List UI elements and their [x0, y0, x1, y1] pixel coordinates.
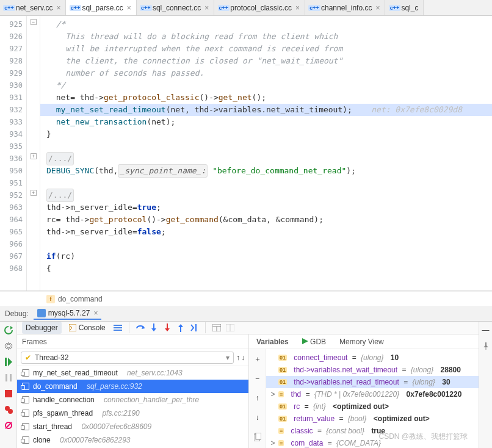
frame-icon: [22, 383, 29, 390]
tab-protocol-classic[interactable]: c++protocol_classic.cc×: [214, 0, 305, 15]
variable-row[interactable]: ≡ classic = {const bool} true: [266, 425, 479, 437]
stack-frame[interactable]: handle_connection connection_handler_per…: [17, 393, 248, 406]
step-out-icon[interactable]: [176, 323, 186, 333]
tab-debugger[interactable]: Debugger: [22, 322, 62, 334]
frame-icon: [22, 410, 29, 417]
pause-icon[interactable]: [4, 373, 13, 383]
stack-frame[interactable]: my_net_set_read_timeout net_serv.cc:1043: [17, 366, 248, 380]
frame-list[interactable]: my_net_set_read_timeout net_serv.cc:1043…: [17, 366, 248, 448]
svg-rect-3: [5, 390, 12, 397]
svg-point-5: [8, 409, 13, 414]
remove-watch-icon[interactable]: −: [255, 372, 259, 385]
debug-right-toolbar: —: [479, 322, 492, 448]
move-down-icon[interactable]: ↓: [256, 411, 259, 424]
run-to-cursor-icon[interactable]: [189, 323, 199, 333]
next-frame-icon[interactable]: ↓: [241, 352, 245, 364]
tab-console[interactable]: Console: [65, 322, 109, 334]
stop-icon[interactable]: [4, 389, 13, 399]
breadcrumb[interactable]: f do_command: [0, 291, 492, 306]
run-config-icon: [37, 309, 46, 317]
console-icon: [69, 324, 76, 331]
variables-pane: Variables GDB Memory View ＋ − ↑ ↓ 01 con…: [249, 334, 479, 448]
frames-pane: Frames ✔ Thread-32 ▾ ↑ ↓ my_net_set_read…: [17, 334, 249, 448]
tab-gdb[interactable]: GDB: [300, 336, 328, 347]
svg-rect-22: [256, 433, 261, 439]
run-configuration[interactable]: mysql-5.7.27 ×: [34, 308, 102, 320]
force-step-into-icon[interactable]: [162, 323, 172, 333]
thread-selector[interactable]: ✔ Thread-32 ▾: [21, 352, 234, 364]
fold-icon[interactable]: +: [31, 190, 37, 196]
debug-panel: Debugger Console Frames ✔ Thread-32: [0, 322, 492, 448]
variable-row[interactable]: 01 rc = {int} <optimized out>: [266, 400, 479, 413]
inline-hint: net: 0x7efe8c0029d8: [371, 104, 462, 116]
line-number-gutter: 9259269279289299309319329339349359369509…: [0, 16, 27, 291]
variable-row[interactable]: 01 thd->variables.net_wait_timeout = {ul…: [266, 364, 479, 376]
close-icon[interactable]: ×: [127, 4, 131, 12]
tab-net-serv[interactable]: c++net_serv.cc×: [0, 0, 66, 15]
breadcrumb-item[interactable]: do_command: [58, 295, 103, 303]
layout-icon[interactable]: [225, 323, 235, 333]
frame-icon: [22, 396, 29, 403]
tab-sql-parse[interactable]: c++sql_parse.cc×: [66, 0, 136, 15]
threads-icon[interactable]: [113, 323, 123, 333]
stack-frame[interactable]: start_thread 0x00007efec6c88609: [17, 420, 248, 433]
stack-frame[interactable]: clone 0x00007efec6862293: [17, 433, 248, 447]
debug-toolwindow-header: Debug: mysql-5.7.27 ×: [0, 306, 492, 322]
variables-toolbar: ＋ − ↑ ↓: [249, 349, 266, 448]
svg-rect-8: [69, 324, 76, 331]
variable-row[interactable]: >≡ com_data = {COM_DATA}: [266, 437, 479, 448]
check-icon: ✔: [25, 353, 31, 362]
editor-tabs: c++net_serv.cc× c++sql_parse.cc× c++sql_…: [0, 0, 492, 16]
debug-toolbar: Debugger Console: [17, 322, 479, 334]
frame-icon: [22, 423, 29, 430]
step-over-icon[interactable]: [136, 323, 145, 333]
fold-gutter: − + +: [27, 16, 40, 291]
code-area[interactable]: /* This thread will do a blocking read f…: [40, 16, 492, 291]
close-icon[interactable]: ×: [295, 4, 300, 12]
frame-icon: [22, 369, 29, 377]
variable-row[interactable]: 01 thd->variables.net_read_timeout = {ul…: [266, 376, 479, 388]
resume-icon[interactable]: [4, 357, 13, 367]
stack-frame[interactable]: do_command sql_parse.cc:932: [17, 380, 248, 393]
mute-breakpoints-icon[interactable]: [4, 421, 13, 430]
cpp-icon: c++: [70, 5, 82, 11]
tab-sql-connect[interactable]: c++sql_connect.cc×: [137, 0, 214, 15]
fold-icon[interactable]: −: [31, 19, 37, 25]
tab-channel-info[interactable]: c++channel_info.cc×: [305, 0, 385, 15]
copy-icon[interactable]: [254, 431, 261, 443]
evaluate-icon[interactable]: [212, 323, 222, 333]
function-icon: f: [46, 295, 55, 303]
frame-icon: [22, 436, 29, 444]
variable-list[interactable]: 01 connect_timeout = {ulong} 10 01 thd->…: [266, 349, 479, 448]
tab-memory-view[interactable]: Memory View: [337, 336, 386, 347]
cpp-icon: c++: [308, 5, 320, 11]
step-into-icon[interactable]: [149, 323, 159, 333]
move-up-icon[interactable]: ↑: [256, 392, 259, 404]
variable-row[interactable]: 01 connect_timeout = {ulong} 10: [266, 352, 479, 364]
close-icon[interactable]: ×: [204, 4, 209, 12]
frames-title: Frames: [17, 334, 248, 349]
view-breakpoints-icon[interactable]: [4, 405, 13, 414]
fold-icon[interactable]: +: [31, 153, 37, 159]
prev-frame-icon[interactable]: ↑: [236, 352, 240, 364]
cpp-icon: c++: [218, 5, 230, 11]
variable-row[interactable]: 01 return_value = {bool} <optimized out>: [266, 413, 479, 425]
svg-rect-1: [5, 374, 7, 381]
variable-row[interactable]: >≡ thd = {THD * | 0x7efe8c001220} 0x7efe…: [266, 388, 479, 400]
close-icon[interactable]: ×: [56, 4, 60, 12]
tab-variables[interactable]: Variables: [254, 336, 291, 347]
debug-label: Debug:: [5, 309, 29, 318]
close-icon[interactable]: ×: [93, 309, 98, 317]
pin-icon[interactable]: [481, 341, 491, 351]
gdb-icon: [302, 338, 308, 344]
settings-icon[interactable]: [4, 341, 13, 351]
rerun-icon[interactable]: [4, 325, 13, 335]
stack-frame[interactable]: pfs_spawn_thread pfs.cc:2190: [17, 406, 248, 420]
hide-icon[interactable]: —: [481, 325, 491, 335]
svg-rect-0: [5, 358, 7, 366]
code-editor[interactable]: 9259269279289299309319329339349359369509…: [0, 16, 492, 291]
tab-sql-c[interactable]: c++sql_c: [385, 0, 424, 15]
add-watch-icon[interactable]: ＋: [254, 353, 261, 365]
close-icon[interactable]: ×: [375, 4, 380, 12]
chevron-down-icon: ▾: [226, 353, 230, 362]
